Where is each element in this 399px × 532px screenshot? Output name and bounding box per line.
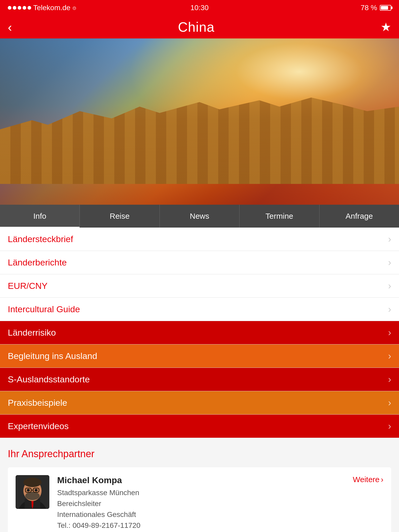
tab-news[interactable]: News (160, 205, 240, 228)
contact-details: Michael Kompa Stadtsparkasse München Ber… (57, 475, 340, 532)
contact-section-title: Ihr Ansprechpartner (8, 448, 391, 460)
chevron-right-icon: › (388, 327, 391, 338)
status-bar: Telekom.de ⌾ 10:30 78 % (0, 0, 399, 16)
carrier-section: Telekom.de ⌾ (8, 4, 76, 12)
contact-card: Michael Kompa Stadtsparkasse München Ber… (8, 467, 391, 532)
great-wall-decoration (0, 93, 399, 184)
chevron-right-icon: › (388, 257, 391, 268)
menu-item-expertenvideos[interactable]: Expertenvideos › (0, 415, 399, 438)
chevron-right-icon: › (388, 374, 391, 385)
battery-section: 78 % (361, 4, 391, 12)
menu-item-intercultural[interactable]: Intercultural Guide › (0, 298, 399, 321)
chevron-right-icon: › (388, 397, 391, 408)
chevron-right-icon: › (381, 475, 383, 484)
menu-item-auslandsstandorte[interactable]: S-Auslandsstandorte › (0, 368, 399, 391)
tab-anfrage[interactable]: Anfrage (320, 205, 399, 228)
chevron-right-icon: › (388, 421, 391, 432)
chevron-right-icon: › (388, 351, 391, 362)
signal-indicator (8, 6, 31, 10)
contact-name: Michael Kompa (57, 475, 340, 485)
wifi-icon: ⌾ (72, 4, 76, 11)
nav-bar: ‹ China ★ (0, 16, 399, 38)
svg-point-11 (27, 489, 30, 491)
svg-point-7 (25, 492, 40, 500)
favorite-button[interactable]: ★ (381, 20, 391, 34)
chevron-right-icon: › (388, 234, 391, 245)
back-button[interactable]: ‹ (8, 20, 12, 34)
svg-point-12 (35, 489, 38, 491)
chevron-right-icon: › (388, 281, 391, 291)
menu-item-eurcny[interactable]: EUR/CNY › (0, 274, 399, 298)
menu-item-laendersteckbrief[interactable]: Ländersteckbrief › (0, 228, 399, 251)
tab-termine[interactable]: Termine (240, 205, 319, 228)
menu-list: Ländersteckbrief › Länderberichte › EUR/… (0, 228, 399, 438)
tab-info[interactable]: Info (0, 205, 80, 228)
status-time: 10:30 (190, 4, 209, 12)
tabs-bar: Info Reise News Termine Anfrage (0, 205, 399, 228)
more-contacts-button[interactable]: Weitere › (348, 475, 383, 484)
contact-company: Stadtsparkasse München Bereichsleiter In… (57, 487, 340, 532)
battery-icon (380, 5, 391, 11)
menu-item-begleitung[interactable]: Begleitung ins Ausland › (0, 344, 399, 368)
hero-image (0, 38, 399, 205)
contact-section: Ihr Ansprechpartner (0, 438, 399, 532)
tab-reise[interactable]: Reise (80, 205, 159, 228)
svg-point-6 (23, 478, 42, 487)
page-title: China (178, 19, 215, 35)
chevron-right-icon: › (388, 304, 391, 315)
menu-item-laenderberichte[interactable]: Länderberichte › (0, 251, 399, 274)
battery-percentage: 78 % (361, 4, 377, 12)
carrier-name: Telekom.de (33, 4, 70, 12)
menu-item-praxisbeispiele[interactable]: Praxisbeispiele › (0, 391, 399, 415)
avatar (16, 475, 49, 509)
menu-item-laenderrisiko[interactable]: Länderrisiko › (0, 321, 399, 344)
